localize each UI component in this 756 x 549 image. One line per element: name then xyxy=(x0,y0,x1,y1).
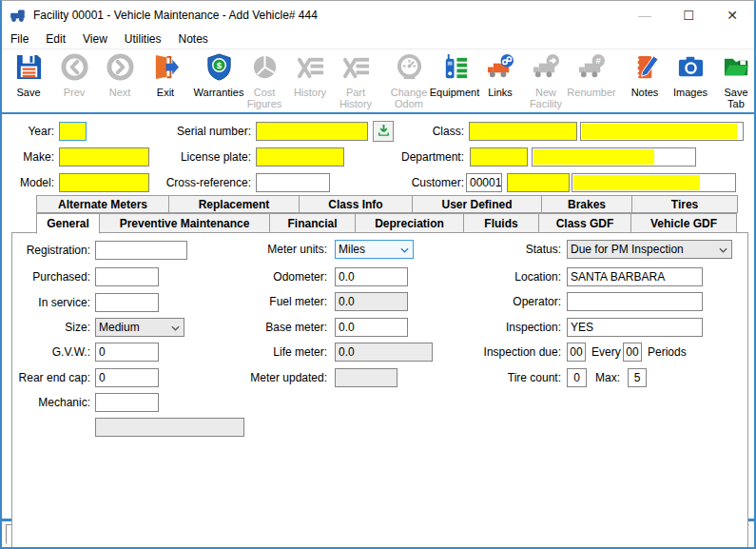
location-label: Location: xyxy=(411,267,561,286)
mechanic-label: Mechanic: xyxy=(2,393,90,412)
minimize-button[interactable]: — xyxy=(623,1,667,29)
menu-notes[interactable]: Notes xyxy=(170,30,217,48)
tab-class-gdf[interactable]: Class GDF xyxy=(538,213,631,233)
tab-preventive-maintenance[interactable]: Preventive Maintenance xyxy=(99,213,270,233)
tire-count-input[interactable]: 0 xyxy=(567,368,587,387)
truck-number-icon: # xyxy=(576,52,608,86)
toolbar-new-facility-button: New Facility xyxy=(523,50,569,112)
gvw-input[interactable]: 0 xyxy=(95,343,159,362)
mechanic-input[interactable] xyxy=(95,393,159,412)
operator-input[interactable] xyxy=(567,292,703,311)
make-input[interactable] xyxy=(59,147,149,167)
customer-description-input[interactable] xyxy=(572,173,736,192)
tab-depreciation[interactable]: Depreciation xyxy=(355,213,464,233)
toolbar-save-tab-label: Save Tab xyxy=(724,87,747,109)
radio-list-icon xyxy=(439,52,471,86)
exit-door-icon xyxy=(150,52,182,86)
inspection-label: Inspection: xyxy=(411,318,561,337)
cross-reference-input[interactable] xyxy=(256,173,330,192)
toolbar-change-odom-label: Change Odom xyxy=(391,87,428,109)
model-label: Model: xyxy=(2,173,54,192)
toolbar-warranties-button[interactable]: $ Warranties xyxy=(196,50,242,112)
serial-number-label: Serial number: xyxy=(145,122,251,141)
year-input[interactable] xyxy=(59,122,87,141)
toolbar-images-label: Images xyxy=(673,87,708,98)
svg-text:#: # xyxy=(595,55,601,66)
inspection-every-input[interactable]: 00 xyxy=(623,343,642,362)
chevron-down-icon xyxy=(400,247,409,253)
close-button[interactable]: ✕ xyxy=(710,1,754,29)
toolbar-save-tab-button[interactable]: Save Tab xyxy=(713,50,756,112)
toolbar-equipment-label: Equipment xyxy=(430,87,480,98)
toolbar-notes-label: Notes xyxy=(631,87,659,98)
toolbar-exit-button[interactable]: Exit xyxy=(143,50,188,112)
chevron-down-icon xyxy=(719,247,727,253)
tab-general[interactable]: General xyxy=(36,213,100,234)
toolbar-part-history-label: Part History xyxy=(339,87,372,109)
app-window: Facility 00001 - Vehicle Maintenance - A… xyxy=(0,0,756,549)
customer-number-input[interactable]: 00001 xyxy=(466,173,502,192)
tab-tires[interactable]: Tires xyxy=(631,195,738,213)
odometer-input[interactable]: 0.0 xyxy=(335,267,408,286)
tab-vehicle-gdf[interactable]: Vehicle GDF xyxy=(630,213,737,233)
toolbar-images-button[interactable]: Images xyxy=(668,50,713,112)
location-input[interactable]: SANTA BARBARA xyxy=(567,267,703,286)
size-select[interactable]: Medium xyxy=(95,318,184,337)
fuel-meter-label: Fuel meter: xyxy=(221,292,327,311)
model-input[interactable] xyxy=(59,173,149,192)
tab-replacement[interactable]: Replacement xyxy=(168,195,300,213)
rear-end-cap-input[interactable]: 0 xyxy=(95,368,159,387)
customer-label: Customer: xyxy=(344,173,464,192)
tab-brakes[interactable]: Brakes xyxy=(541,195,632,213)
toolbar-save-button[interactable]: Save xyxy=(6,50,51,112)
toolbar-equipment-button[interactable]: Equipment xyxy=(432,50,477,112)
maximize-button[interactable]: ☐ xyxy=(667,1,710,29)
registration-label: Registration: xyxy=(2,241,90,260)
close-icon: ✕ xyxy=(727,8,738,23)
class-code-input[interactable] xyxy=(469,122,577,141)
tab-user-defined[interactable]: User Defined xyxy=(412,195,542,213)
meter-units-select[interactable]: Miles xyxy=(335,240,414,259)
tab-fluids[interactable]: Fluids xyxy=(463,213,539,233)
toolbar-history-button: History xyxy=(287,50,333,112)
license-plate-input[interactable] xyxy=(256,147,344,167)
toolbar-renumber-button: # Renumber xyxy=(569,50,614,112)
menu-view[interactable]: View xyxy=(74,30,116,48)
toolbar-save-label: Save xyxy=(16,87,40,98)
license-plate-label: License plate: xyxy=(145,147,251,167)
menu-file[interactable]: File xyxy=(2,30,37,48)
registration-input[interactable] xyxy=(95,241,187,260)
class-description-input[interactable] xyxy=(580,122,744,141)
maximize-icon: ☐ xyxy=(683,9,694,23)
department-description-input[interactable] xyxy=(532,147,696,167)
tab-alternate-meters[interactable]: Alternate Meters xyxy=(36,195,169,213)
in-service-input[interactable] xyxy=(95,293,159,312)
main-form: Year: Serial number: Class: Make: Licens… xyxy=(2,114,754,519)
tab-financial[interactable]: Financial xyxy=(269,213,356,233)
base-meter-input[interactable]: 0.0 xyxy=(335,318,408,337)
tire-max-input[interactable]: 5 xyxy=(628,368,647,387)
cross-reference-label: Cross-reference: xyxy=(145,173,251,192)
title-bar[interactable]: Facility 00001 - Vehicle Maintenance - A… xyxy=(2,1,754,29)
toolbar-notes-button[interactable]: Notes xyxy=(622,50,668,112)
department-code-input[interactable] xyxy=(470,147,528,167)
menu-bar: File Edit View Utilities Notes xyxy=(2,29,754,49)
customer-code-input[interactable] xyxy=(507,173,570,192)
purchased-input[interactable] xyxy=(95,267,159,286)
class-label: Class: xyxy=(344,122,464,141)
app-icon xyxy=(10,7,27,24)
menu-edit[interactable]: Edit xyxy=(37,30,74,48)
inspection-input[interactable]: YES xyxy=(567,318,703,337)
meter-units-label: Meter units: xyxy=(221,240,327,259)
tab-class-info[interactable]: Class Info xyxy=(299,195,413,213)
notebook-pencil-icon xyxy=(630,52,661,86)
mechanic-name-field xyxy=(95,418,244,437)
toolbar: Save Prev Next Exit $ xyxy=(2,49,754,114)
toolbar-new-facility-label: New Facility xyxy=(530,87,562,109)
status-select[interactable]: Due for PM Inspection xyxy=(567,240,732,259)
tire-count-label: Tire count: xyxy=(411,368,561,387)
menu-utilities[interactable]: Utilities xyxy=(116,30,170,48)
toolbar-links-button[interactable]: Links xyxy=(477,50,523,112)
inspection-due-input[interactable]: 00 xyxy=(567,343,586,362)
camera-icon xyxy=(675,52,707,86)
